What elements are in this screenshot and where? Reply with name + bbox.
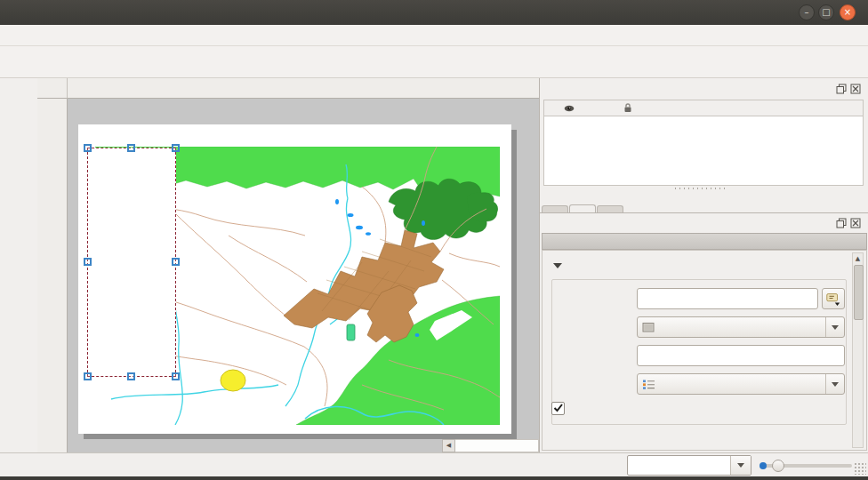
zoom-level-value[interactable] [628,456,730,475]
vertical-ruler [37,98,68,452]
left-toolbar [0,78,37,476]
zoom-dropdown-arrow[interactable] [730,456,751,475]
layout-canvas[interactable]: ◀ [37,78,539,452]
horizontal-scrollbar[interactable]: ◀ [442,439,539,452]
close-panel-icon[interactable] [850,218,861,228]
map-item-icon [642,322,655,333]
collapse-triangle-icon [553,263,562,273]
dropdown-arrow-icon [825,374,844,394]
scroll-thumb[interactable] [854,265,864,320]
selection-handle-s[interactable] [127,372,135,380]
minimize-button[interactable]: – [799,4,815,20]
items-list [543,116,864,186]
arrangement-select[interactable] [637,373,845,395]
float-panel-icon[interactable] [836,218,847,228]
float-panel-icon[interactable] [836,84,847,94]
window-bottom-border [0,476,868,480]
symbols-list-icon [642,379,655,390]
scroll-up-arrow[interactable]: ▲ [853,253,863,264]
close-panel-icon[interactable] [850,84,861,94]
tab-guides[interactable] [597,205,623,212]
scroll-track[interactable] [455,439,539,452]
vertical-scrollbar[interactable]: ▲ [852,252,864,448]
items-table-header [543,100,864,116]
visibility-eye-icon [564,103,575,114]
lock-column-icon [623,102,633,113]
resize-checkbox[interactable] [551,402,565,415]
reservoir-area [347,324,355,340]
zoom-slider[interactable] [761,464,852,468]
selection-handle-nw[interactable] [84,144,92,152]
map-field-row [551,316,845,338]
items-panel-titlebar [540,80,868,98]
selection-handle-w[interactable] [84,258,92,266]
maximize-button[interactable]: □ [818,4,834,20]
data-defined-icon [825,291,841,307]
selected-item-header [542,233,867,250]
zoom-slider-handle[interactable] [772,460,784,472]
resize-checkbox-row [551,402,572,415]
right-panel: ▲ [539,78,868,452]
layout-page [78,124,511,434]
properties-panel-titlebar [540,214,868,232]
panel-splitter[interactable] [673,187,727,190]
cursor-coordinates [276,458,618,471]
legend-title-input[interactable] [637,288,818,309]
horizontal-ruler [37,78,539,99]
wrap-field-row [551,345,845,366]
properties-scroll-area: ▲ [542,250,867,451]
main-toolbar [0,46,868,78]
titlebar: – □ × [0,0,868,26]
selection-handle-ne[interactable] [172,144,180,152]
title-field-row [551,288,845,309]
main-properties-section[interactable] [553,260,567,273]
ruler-corner [37,78,68,99]
zoom-level-combo[interactable] [627,455,751,476]
dropdown-arrow-icon [825,317,844,337]
tab-layout[interactable] [542,205,568,212]
statusbar [0,452,868,476]
yellow-ellipse-item[interactable] [221,370,245,391]
qgis-layout-window: – □ × [0,0,868,480]
scroll-left-arrow[interactable]: ◀ [442,439,455,452]
data-defined-override-button[interactable] [822,288,845,309]
arrangement-field-row [551,373,845,395]
legend-item[interactable] [87,148,176,377]
panel-tabs [542,191,623,212]
selection-handle-sw[interactable] [84,372,92,380]
map-select[interactable] [637,316,845,338]
selection-handle-e[interactable] [172,258,180,266]
selection-handle-se[interactable] [172,372,180,380]
window-resize-grip[interactable] [854,462,866,475]
selection-handle-n[interactable] [127,144,135,152]
wrap-text-input[interactable] [637,345,845,366]
menubar [0,25,868,46]
zoom-slider-min-dot [760,462,767,469]
close-button[interactable]: × [840,4,856,20]
